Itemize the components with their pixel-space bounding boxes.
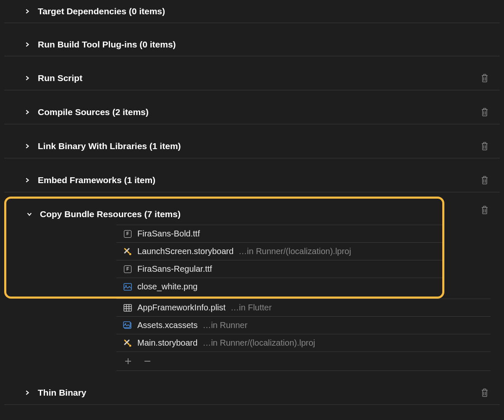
font-file-icon: F [123, 265, 132, 274]
item-name: AppFrameworkInfo.plist [137, 303, 226, 312]
item-name: FiraSans-Regular.ttf [137, 264, 212, 274]
phase-embed-frameworks[interactable]: Embed Frameworks (1 item) [4, 168, 500, 192]
chevron-right-icon[interactable] [22, 39, 33, 50]
chevron-right-icon[interactable] [22, 107, 33, 118]
trash-icon[interactable] [479, 174, 491, 186]
trash-icon[interactable] [479, 106, 491, 118]
item-path: …in Runner [202, 320, 247, 330]
phase-thin-binary[interactable]: Thin Binary [4, 381, 500, 405]
svg-rect-1 [124, 284, 131, 290]
resource-item[interactable]: close_white.png [116, 278, 442, 297]
chevron-right-icon[interactable] [22, 73, 33, 84]
phase-target-dependencies[interactable]: Target Dependencies (0 items) [4, 0, 500, 23]
svg-point-0 [129, 253, 131, 255]
resource-item[interactable]: AppFrameworkInfo.plist …in Flutter [116, 299, 491, 316]
phase-title: Copy Bundle Resources (7 items) [40, 209, 442, 219]
resource-item[interactable]: Main.storyboard …in Runner/(localization… [116, 334, 491, 352]
phase-compile-sources[interactable]: Compile Sources (2 items) [4, 100, 500, 124]
item-path: …in Runner/(localization).lproj [202, 338, 315, 348]
add-remove-toolbar [116, 352, 491, 371]
phase-plugins[interactable]: Run Build Tool Plug-ins (0 items) [4, 33, 500, 56]
storyboard-file-icon [123, 247, 132, 256]
image-file-icon [123, 282, 132, 291]
highlight-box: Copy Bundle Resources (7 items) F FiraSa… [4, 197, 444, 299]
trash-icon[interactable] [479, 140, 491, 152]
chevron-down-icon[interactable] [24, 209, 35, 220]
resource-item[interactable]: F FiraSans-Bold.ttf [116, 225, 442, 242]
item-name: Main.storyboard [137, 338, 197, 348]
phase-title: Embed Frameworks (1 item) [38, 175, 479, 185]
storyboard-file-icon [123, 339, 132, 348]
resource-item[interactable]: F FiraSans-Regular.ttf [116, 260, 442, 278]
item-path: …in Runner/(localization).lproj [239, 247, 351, 256]
svg-rect-3 [124, 304, 131, 311]
minus-icon[interactable] [142, 356, 152, 366]
resource-item[interactable]: LaunchScreen.storyboard …in Runner/(loca… [116, 242, 442, 260]
item-path: …in Flutter [231, 303, 272, 312]
resource-item[interactable]: Assets.xcassets …in Runner [116, 316, 491, 334]
item-name: FiraSans-Bold.ttf [137, 229, 200, 239]
chevron-right-icon[interactable] [22, 175, 33, 186]
phase-title: Target Dependencies (0 items) [38, 6, 500, 16]
item-name: LaunchScreen.storyboard [137, 247, 234, 256]
plus-icon[interactable] [123, 356, 133, 366]
phase-title: Thin Binary [38, 388, 479, 398]
phase-title: Link Binary With Libraries (1 item) [38, 141, 479, 151]
phase-title: Compile Sources (2 items) [38, 107, 479, 117]
phase-title: Run Build Tool Plug-ins (0 items) [38, 39, 500, 50]
chevron-right-icon[interactable] [22, 387, 33, 398]
trash-icon[interactable] [479, 72, 491, 84]
chevron-right-icon[interactable] [22, 6, 33, 17]
item-name: close_white.png [137, 282, 197, 291]
phase-link-binary[interactable]: Link Binary With Libraries (1 item) [4, 134, 500, 158]
plist-file-icon [123, 303, 132, 312]
phase-run-script[interactable]: Run Script [4, 66, 500, 90]
trash-icon[interactable] [479, 204, 491, 216]
phase-title: Run Script [38, 73, 479, 83]
svg-point-11 [129, 344, 131, 346]
phase-copy-bundle-resources[interactable]: Copy Bundle Resources (7 items) [6, 199, 442, 225]
assets-folder-icon [123, 321, 132, 330]
font-file-icon: F [123, 229, 132, 239]
item-name: Assets.xcassets [137, 320, 197, 330]
trash-icon[interactable] [479, 387, 491, 399]
chevron-right-icon[interactable] [22, 141, 33, 152]
